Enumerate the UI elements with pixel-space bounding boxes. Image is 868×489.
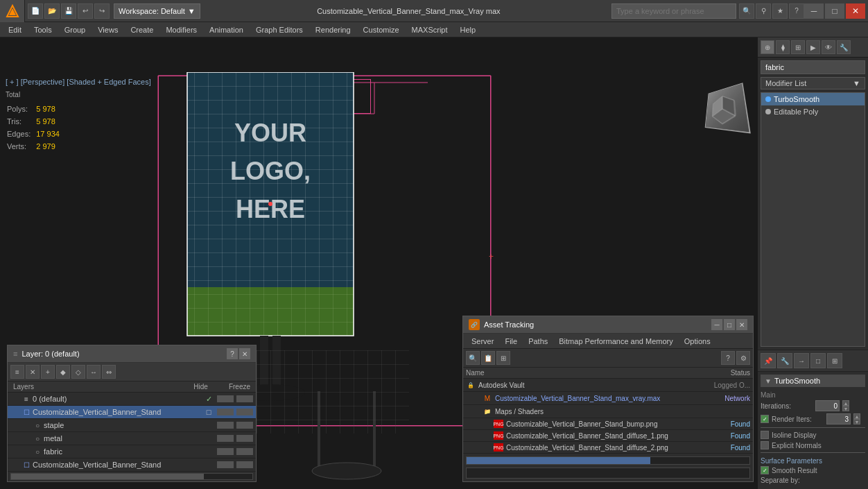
layers-help-btn[interactable]: ? bbox=[227, 348, 238, 359]
asset-menu-bitmap[interactable]: Bitmap Performance and Memory bbox=[553, 336, 678, 347]
save-icon[interactable]: 💾 bbox=[61, 3, 76, 19]
menu-create[interactable]: Create bbox=[125, 22, 159, 37]
asset-row-maps[interactable]: 📁 Maps / Shaders bbox=[463, 405, 753, 418]
layers-scrollbar[interactable] bbox=[10, 473, 253, 480]
redo-icon[interactable]: ↪ bbox=[94, 3, 110, 19]
menu-graph-editors[interactable]: Graph Editors bbox=[250, 22, 309, 37]
search-input[interactable] bbox=[611, 3, 736, 19]
ts-iterations-input[interactable] bbox=[815, 400, 840, 411]
layer-checkbox-icon: □ bbox=[203, 408, 214, 416]
layers-tool-select[interactable]: ↔ bbox=[87, 365, 101, 379]
layers-tool-object[interactable]: ◇ bbox=[71, 365, 85, 379]
asset-row-vault[interactable]: 🔒 Autodesk Vault Logged O... bbox=[463, 379, 753, 392]
hierarchy-icon[interactable]: ⊞ bbox=[791, 40, 805, 54]
menu-rendering[interactable]: Rendering bbox=[310, 22, 356, 37]
layer-bars-metal bbox=[217, 435, 253, 442]
asset-row-diffuse1[interactable]: PNG Customizable_Vertical_Banner_Stand_d… bbox=[463, 430, 753, 442]
ts-title: ▼ TurboSmooth bbox=[761, 375, 865, 387]
menu-maxscript[interactable]: MAXScript bbox=[406, 22, 453, 37]
bookmark-icon[interactable]: ★ bbox=[772, 3, 788, 19]
pin-icon[interactable]: 📌 bbox=[761, 353, 776, 368]
layer-row-banner-stand[interactable]: ☐ Customizable_Vertical_Banner_Stand □ bbox=[8, 406, 256, 419]
layers-tool-layer[interactable]: ≡ bbox=[10, 365, 24, 379]
menu-tools[interactable]: Tools bbox=[28, 22, 58, 37]
layers-scrollbar-thumb[interactable] bbox=[11, 474, 204, 479]
menu-views[interactable]: Views bbox=[92, 22, 123, 37]
modifier-list-dropdown[interactable]: Modifier List ▼ bbox=[761, 77, 865, 89]
asset-tool-2[interactable]: 📋 bbox=[481, 351, 495, 365]
asset-maximize-btn[interactable]: □ bbox=[724, 319, 735, 330]
layer-row-default[interactable]: ≡ 0 (default) ✓ bbox=[8, 393, 256, 406]
nav-cube[interactable] bbox=[702, 79, 750, 128]
modifier-name-input[interactable]: fabric bbox=[761, 60, 865, 74]
asset-panel: 🔗 Asset Tracking ─ □ ✕ Server File Paths… bbox=[462, 316, 754, 482]
workspace-selector[interactable]: Workspace: Default ▼ bbox=[114, 3, 200, 19]
asset-tool-help[interactable]: ? bbox=[721, 351, 735, 365]
layers-close-btn[interactable]: ✕ bbox=[239, 348, 250, 359]
modify-icons-row: 📌 🔧 → □ ⊞ bbox=[758, 350, 868, 372]
asset-row-max[interactable]: M Customizable_Vertical_Banner_Stand_max… bbox=[463, 392, 753, 405]
search-btn[interactable]: 🔍 bbox=[739, 3, 754, 19]
layers-col-hide: Hide bbox=[193, 383, 208, 391]
asset-row-bump[interactable]: PNG Customizable_Vertical_Banner_Stand_b… bbox=[463, 418, 753, 430]
asset-tool-settings[interactable]: ⚙ bbox=[736, 351, 750, 365]
open-file-icon[interactable]: 📂 bbox=[44, 3, 60, 19]
ts-iterations-row: Iterations: ▲ ▼ bbox=[761, 400, 865, 411]
ts-smooth-result-checkbox[interactable]: ✓ bbox=[761, 466, 769, 474]
layer-row-staple[interactable]: ○ staple bbox=[8, 419, 256, 432]
help-icon[interactable]: ? bbox=[789, 3, 804, 19]
utilities-icon[interactable]: 🔧 bbox=[837, 40, 851, 54]
zoom-icon[interactable]: ⚲ bbox=[756, 3, 771, 19]
asset-row-diffuse2[interactable]: PNG Customizable_Vertical_Banner_Stand_d… bbox=[463, 442, 753, 454]
maximize-button[interactable]: □ bbox=[825, 3, 844, 19]
modify-icon[interactable]: ⧫ bbox=[776, 40, 790, 54]
asset-progress-bar bbox=[466, 456, 750, 465]
asset-menu-file[interactable]: File bbox=[499, 336, 523, 347]
ts-smooth-result-row: ✓ Smooth Result bbox=[761, 466, 865, 474]
menu-help[interactable]: Help bbox=[455, 22, 482, 37]
box-icon[interactable]: □ bbox=[810, 353, 826, 368]
menu-animation[interactable]: Animation bbox=[204, 22, 249, 37]
ts-explicit-checkbox[interactable] bbox=[761, 441, 769, 449]
asset-close-btn[interactable]: ✕ bbox=[736, 319, 747, 330]
create-icon[interactable]: ⊕ bbox=[761, 40, 774, 54]
asset-menu-server[interactable]: Server bbox=[466, 336, 499, 347]
wrench-icon[interactable]: 🔧 bbox=[777, 353, 792, 368]
ts-render-iters-down[interactable]: ▼ bbox=[853, 419, 860, 424]
asset-menu-options[interactable]: Options bbox=[679, 336, 716, 347]
asset-minimize-btn[interactable]: ─ bbox=[711, 319, 722, 330]
layers-tool-move[interactable]: ⇔ bbox=[102, 365, 116, 379]
close-button[interactable]: ✕ bbox=[846, 3, 865, 19]
new-file-icon[interactable]: 📄 bbox=[28, 3, 43, 19]
menu-modifiers[interactable]: Modifiers bbox=[160, 22, 202, 37]
layer-row-metal[interactable]: ○ metal bbox=[8, 432, 256, 445]
layer-row-fabric[interactable]: ○ fabric bbox=[8, 445, 256, 458]
asset-menu-paths[interactable]: Paths bbox=[523, 336, 553, 347]
layers-tool-diamond[interactable]: ◆ bbox=[56, 365, 70, 379]
menu-group[interactable]: Group bbox=[59, 22, 92, 37]
layer-bar-s1 bbox=[217, 422, 234, 429]
undo-icon[interactable]: ↩ bbox=[78, 3, 93, 19]
menu-edit[interactable]: Edit bbox=[3, 22, 27, 37]
ts-render-iters-up[interactable]: ▲ bbox=[853, 413, 860, 419]
menu-customize[interactable]: Customize bbox=[358, 22, 405, 37]
ts-iterations-up[interactable]: ▲ bbox=[842, 400, 849, 406]
display-icon[interactable]: 👁 bbox=[822, 40, 835, 54]
asset-tool-1[interactable]: 🔍 bbox=[466, 351, 480, 365]
minimize-button[interactable]: ─ bbox=[804, 3, 824, 19]
ts-isoline-checkbox[interactable] bbox=[761, 431, 769, 439]
layer-row-banner-stand-2[interactable]: ☐ Customizable_Vertical_Banner_Stand bbox=[8, 458, 256, 472]
modifier-editable-poly[interactable]: Editable Poly bbox=[761, 105, 865, 118]
arrow-icon[interactable]: → bbox=[794, 353, 809, 368]
modifier-turbosmooth[interactable]: TurboSmooth bbox=[761, 93, 865, 105]
motion-icon[interactable]: ▶ bbox=[806, 40, 820, 54]
ts-render-iters-checkbox[interactable]: ✓ bbox=[761, 415, 769, 423]
asset-bottom-input[interactable] bbox=[466, 467, 750, 479]
mesh-icon[interactable]: ⊞ bbox=[827, 353, 842, 368]
ts-iterations-down[interactable]: ▼ bbox=[842, 406, 849, 411]
ts-render-iters-input[interactable] bbox=[826, 413, 851, 424]
layers-tool-delete[interactable]: ✕ bbox=[26, 365, 40, 379]
right-panel-icons: ⊕ ⧫ ⊞ ▶ 👁 🔧 bbox=[758, 37, 868, 58]
asset-tool-3[interactable]: ⊞ bbox=[496, 351, 510, 365]
layers-tool-add[interactable]: + bbox=[41, 365, 55, 379]
